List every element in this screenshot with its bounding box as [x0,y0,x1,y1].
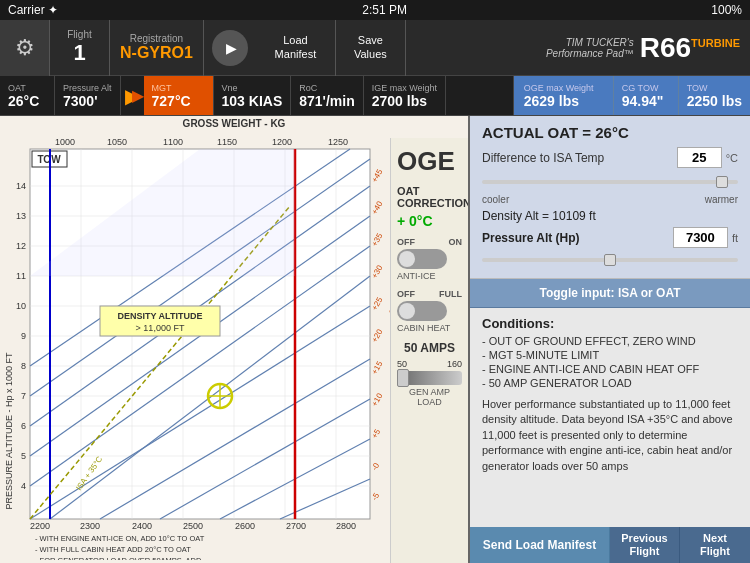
conditions-note: Hover performance substantiated up to 11… [482,397,738,474]
mgt-label: MGT [152,83,205,93]
pressure-alt-input[interactable] [673,227,728,248]
svg-text:2300: 2300 [80,521,100,531]
flight-label: Flight [67,29,91,40]
logo-area: TIM TUCKER's Performance Pad™ R66TURBINE [406,34,750,62]
tow-metric: TOW 2250 lbs [678,76,750,115]
vne-metric: Vne 103 KIAS [214,76,292,115]
mgt-value: 727°C [152,93,205,109]
registration-label: Registration [130,33,183,44]
svg-text:+25: +25 [370,295,385,312]
svg-text:1050: 1050 [107,137,127,147]
svg-text:1150: 1150 [217,137,237,147]
gear-icon: ⚙ [15,35,35,61]
svg-text:2700: 2700 [286,521,306,531]
oat-metric: OAT 26°C [0,76,55,115]
logo-turbine: TURBINE [691,36,740,48]
svg-text:9: 9 [21,331,26,341]
manifest-button[interactable]: LoadManifest [256,20,336,76]
diff-label: Difference to ISA Temp [482,151,677,165]
diff-row: Difference to ISA Temp °C [482,147,738,168]
roc-label: RoC [299,83,354,93]
mgt-metric: MGT 727°C [144,76,214,115]
vne-value: 103 KIAS [222,93,283,109]
cg-value: 94.94" [622,93,670,109]
svg-text:8: 8 [21,361,26,371]
pressure-alt-label: Pressure Alt (Hp) [482,231,673,245]
svg-text:10: 10 [16,301,26,311]
metric-right: OGE max Weight 2629 lbs CG TOW 94.94" TO… [513,76,750,115]
svg-text:+35: +35 [370,231,385,248]
svg-text:+30: +30 [370,263,385,280]
flight-number: 1 [73,40,85,66]
svg-text:+15: +15 [370,359,385,376]
carrier-status: Carrier ✦ [8,3,58,17]
amp-min-label: 50 [397,359,407,369]
svg-text:5: 5 [21,451,26,461]
roc-metric: RoC 871'/min [291,76,363,115]
oge-chart-label: OGE [397,146,462,177]
density-alt-display: Density Alt = 10109 ft [482,209,738,223]
condition-1: - OUT OF GROUND EFFECT, ZERO WIND [482,335,738,347]
actual-oat-display: ACTUAL OAT = 26°C [482,124,738,141]
svg-text:+5: +5 [370,427,383,440]
chart-area: GROSS WEIGHT - KG 1000 1050 1100 1150 12… [0,116,470,563]
condition-3: - ENGINE ANTI-ICE AND CABIN HEAT OFF [482,363,738,375]
vne-label: Vne [222,83,283,93]
svg-text:1200: 1200 [272,137,292,147]
svg-text:- WITH ENGINE ANTI-ICE ON, ADD: - WITH ENGINE ANTI-ICE ON, ADD 10°C TO O… [35,534,205,543]
oat-value: 26°C [8,93,46,109]
next-flight-button[interactable]: NextFlight [680,527,750,563]
pressure-slider-thumb[interactable] [604,254,616,266]
logo-line2: Performance Pad™ [546,48,634,59]
anti-ice-label: ANTI-ICE [397,271,462,281]
bottom-action-bar: Send Load Manifest PreviousFlight NextFl… [470,527,750,563]
svg-text:> 11,000 FT: > 11,000 FT [136,323,185,333]
toggle-isa-oat-button[interactable]: Toggle input: ISA or OAT [470,279,750,308]
registration-block: Registration N-GYRO1 [110,20,204,76]
off-label-cabin: OFF [397,289,415,299]
cabin-heat-toggle[interactable] [397,301,447,321]
full-label-cabin: FULL [439,289,462,299]
conditions-title: Conditions: [482,316,738,331]
svg-text:6: 6 [21,421,26,431]
diff-input[interactable] [677,147,722,168]
gear-button[interactable]: ⚙ [0,20,50,76]
amp-title: 50 AMPS [397,341,462,355]
svg-text:- WITH FULL CABIN HEAT ADD 20°: - WITH FULL CABIN HEAT ADD 20°C TO OAT [35,545,191,554]
save-button[interactable]: SaveValues [336,20,406,76]
chart-title: GROSS WEIGHT - KG [0,116,468,131]
svg-text:14: 14 [16,181,26,191]
prev-flight-button[interactable]: PreviousFlight [610,527,680,563]
svg-text:+10: +10 [370,391,385,408]
oat-corrections-title: OAT CORRECTIONS [397,185,462,209]
svg-text:PRESSURE ALTITUDE - Hp x 1000 : PRESSURE ALTITUDE - Hp x 1000 FT [4,352,14,509]
svg-text:2600: 2600 [235,521,255,531]
svg-text:2500: 2500 [183,521,203,531]
temp-slider-labels: cooler warmer [482,194,738,205]
manifest-label: LoadManifest [275,34,317,60]
roc-value: 871'/min [299,93,354,109]
amp-slider[interactable] [397,371,462,385]
oat-label: OAT [8,83,46,93]
gen-label: GEN AMP LOAD [397,387,462,407]
diff-unit: °C [726,152,738,164]
svg-text:1250: 1250 [328,137,348,147]
cg-metric: CG TOW 94.94" [613,76,678,115]
svg-text:+20: +20 [370,327,385,344]
anti-ice-toggle[interactable] [397,249,447,269]
right-panel: ACTUAL OAT = 26°C Difference to ISA Temp… [470,116,750,563]
pressure-row: Pressure Alt (Hp) ft [482,227,738,248]
main-content: GROSS WEIGHT - KG 1000 1050 1100 1150 12… [0,116,750,563]
diff-slider-thumb[interactable] [716,176,728,188]
diff-slider-track [482,180,738,184]
play-button[interactable]: ▶ [212,30,248,66]
conditions-area: Conditions: - OUT OF GROUND EFFECT, ZERO… [470,308,750,563]
cg-label: CG TOW [622,83,670,93]
svg-text:12: 12 [16,241,26,251]
svg-text:+45: +45 [370,167,385,184]
send-manifest-button[interactable]: Send Load Manifest [470,527,610,563]
svg-text:13: 13 [16,211,26,221]
pressure-alt-label: Pressure Alt [63,83,112,93]
ige-metric: IGE max Weight 2700 lbs [364,76,446,115]
ige-label: IGE max Weight [372,83,437,93]
